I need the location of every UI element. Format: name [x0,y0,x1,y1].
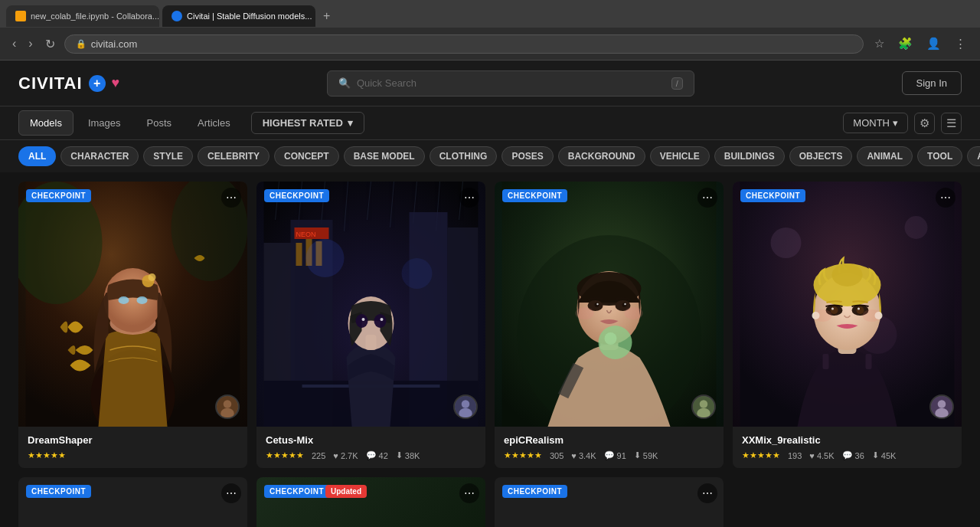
download-icon-epicrealism: ⬇ [634,450,641,460]
bottom-card-3[interactable]: CHECKPOINT ⋯ [495,477,724,527]
svg-point-66 [905,216,928,239]
sort-highest-rated-button[interactable]: HIGHEST RATED ▾ [251,112,364,134]
cat-base-model[interactable]: BASE MODEL [344,146,425,166]
svg-point-45 [459,408,472,419]
comments-xxmix: 💬 36 [842,450,864,460]
comments-epicrealism: 💬 91 [604,450,626,460]
svg-point-62 [700,400,708,408]
cat-celebrity[interactable]: CELEBRITY [198,146,270,166]
period-label: MONTH [853,117,890,129]
likes-epicrealism: ♥ 3.4K [571,451,596,460]
tab-1[interactable]: new_colab_file.ipynb - Collabora... ✕ [6,5,159,27]
svg-point-55 [596,303,598,305]
svg-point-60 [625,307,643,319]
profile-button[interactable]: 👤 [922,34,946,54]
svg-point-41 [381,318,384,321]
card-illustration-epicrealism [495,182,724,427]
menu-button[interactable]: ⋮ [950,34,971,54]
cat-all[interactable]: ALL [18,146,56,166]
svg-point-12 [220,408,234,419]
card-image-xxmix: CHECKPOINT ⋯ [733,182,962,427]
model-card-dreamshaper[interactable]: CHECKPOINT ⋯ DreamShaper ★★★★★ [18,182,247,468]
sort-chevron: ▾ [348,117,353,129]
model-card-xxmix[interactable]: CHECKPOINT ⋯ XXMix_9realistic ★★★★★ 193 [733,182,962,468]
bottom-menu-1[interactable]: ⋯ [221,483,241,503]
svg-point-38 [356,314,368,328]
bottom-card-1[interactable]: CHECKPOINT ⋯ [18,477,247,527]
checkpoint-badge-dreamshaper: CHECKPOINT [26,189,91,202]
cat-animal[interactable]: ANIMAL [857,146,913,166]
search-bar[interactable]: 🔍 Quick Search / [327,70,694,97]
cat-poses[interactable]: POSES [501,146,553,166]
sign-in-button[interactable]: Sign In [902,71,962,95]
lock-icon: 🔒 [76,39,87,49]
bottom-badge-1: CHECKPOINT [26,485,91,498]
cat-buildings[interactable]: BUILDINGS [714,146,785,166]
tab-models[interactable]: Models [18,110,74,136]
period-month-button[interactable]: MONTH ▾ [843,113,908,133]
checkpoint-badge-epicrealism: CHECKPOINT [502,189,567,202]
cat-vehicle[interactable]: VEHICLE [650,146,710,166]
tab-2[interactable]: Civitai | Stable Diffusion models... ✕ [162,5,315,27]
tab-images[interactable]: Images [77,110,132,136]
card-menu-epicrealism[interactable]: ⋯ [697,188,717,208]
heart-icon: ♥ [333,451,338,460]
card-menu-xxmix[interactable]: ⋯ [936,188,956,208]
main-content: CHECKPOINT ⋯ DreamShaper ★★★★★ [0,172,980,527]
back-button[interactable]: ‹ [9,34,19,54]
bottom-menu-3[interactable]: ⋯ [697,483,717,503]
card-avatar-cetus-mix [453,394,478,419]
model-card-cetus-mix[interactable]: NEON [256,182,485,468]
browser-chrome: new_colab_file.ipynb - Collabora... ✕ Ci… [0,0,980,61]
logo-text: CIVITAI [18,74,83,93]
cat-style[interactable]: STYLE [143,146,193,166]
logo-heart-icon[interactable]: ♥ [112,75,120,91]
forward-button[interactable]: › [25,34,35,54]
cat-character[interactable]: CHARACTER [60,146,139,166]
card-title-epicrealism: epiCRealism [504,434,714,446]
header-right-controls: MONTH ▾ ⚙ ☰ [843,113,962,134]
comment-icon-xxmix: 💬 [842,450,853,460]
cat-concept[interactable]: CONCEPT [274,146,339,166]
svg-point-80 [831,308,834,310]
bottom-card-placeholder [733,477,962,527]
address-bar[interactable]: 🔒 civitai.com [64,34,864,54]
stars-xxmix: ★★★★★ [742,450,780,460]
card-menu-dreamshaper[interactable]: ⋯ [221,188,241,208]
extensions-button[interactable]: 🧩 [893,34,917,54]
category-bar: ALL CHARACTER STYLE CELEBRITY CONCEPT BA… [0,140,980,172]
bottom-card-2[interactable]: CHECKPOINT Updated ⋯ [256,477,485,527]
filter-button[interactable]: ⚙ [914,113,935,134]
app-header: CIVITAI + ♥ 🔍 Quick Search / Sign In [0,61,980,106]
svg-point-40 [362,318,365,321]
cat-clothing[interactable]: CLOTHING [430,146,498,166]
card-avatar-dreamshaper [215,394,240,419]
tab-2-label: Civitai | Stable Diffusion models... [187,11,312,21]
tab-articles[interactable]: Articles [186,110,242,136]
search-shortcut: / [671,77,683,90]
svg-point-50 [577,272,642,306]
period-chevron: ▾ [893,117,898,129]
reload-button[interactable]: ↻ [42,34,58,54]
bookmark-button[interactable]: ☆ [870,34,889,54]
download-icon-xxmix: ⬇ [872,450,879,460]
downloads-epicrealism: ⬇ 59K [634,450,658,460]
model-card-epicrealism[interactable]: CHECKPOINT ⋯ epiCRealism ★★★★★ 305 ♥ [495,182,724,468]
new-tab-button[interactable]: + [318,9,335,23]
rating-count-xxmix: 193 [788,451,802,460]
cat-objects[interactable]: OBJECTS [789,146,853,166]
card-title-xxmix: XXMix_9realistic [742,434,952,446]
logo-plus-button[interactable]: + [89,75,106,92]
view-toggle-button[interactable]: ☰ [941,113,962,134]
svg-point-33 [402,258,433,289]
card-stats-epicrealism: ★★★★★ 305 ♥ 3.4K 💬 91 ⬇ 59K [504,450,714,460]
cat-tool[interactable]: TOOL [917,146,962,166]
cat-background[interactable]: BACKGROUND [558,146,645,166]
cat-action[interactable]: ACTION [967,146,980,166]
tab-posts[interactable]: Posts [136,110,184,136]
card-menu-cetus-mix[interactable]: ⋯ [459,188,479,208]
stars-epicrealism: ★★★★★ [504,450,542,460]
svg-point-7 [149,273,156,281]
bottom-menu-2[interactable]: ⋯ [459,483,479,503]
bottom-cards-row: CHECKPOINT ⋯ CHECKPOINT Updated ⋯ CHECKP… [18,477,962,527]
